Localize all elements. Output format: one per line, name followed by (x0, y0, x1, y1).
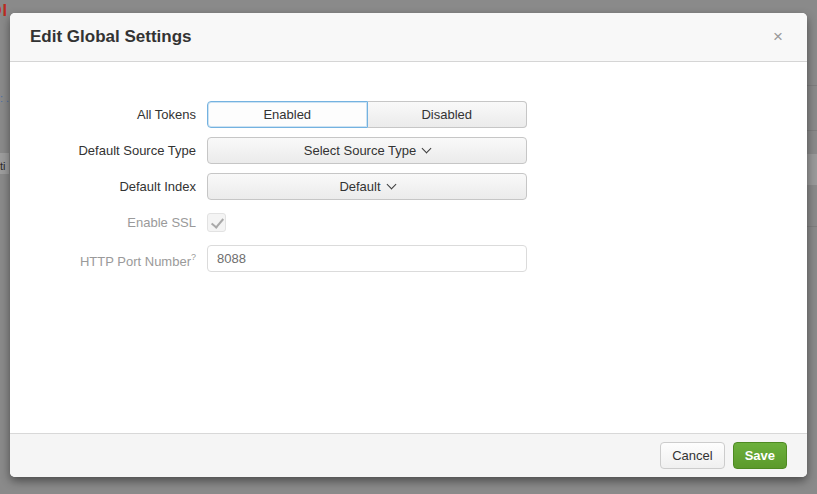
background-table-line (807, 130, 817, 131)
background-table-line (807, 85, 817, 86)
form-row-http-port: HTTP Port Number? (10, 245, 807, 272)
save-button[interactable]: Save (733, 442, 787, 469)
background-red-text-fragment: DI (0, 2, 10, 20)
default-index-value: Default (339, 179, 380, 194)
all-tokens-label: All Tokens (10, 101, 196, 128)
http-port-label: HTTP Port Number? (10, 245, 196, 272)
all-tokens-toggle: Enabled Disabled (207, 101, 527, 128)
help-marker: ? (191, 252, 196, 262)
form-row-default-source-type: Default Source Type Select Source Type (10, 137, 807, 164)
edit-global-settings-modal: Edit Global Settings × All Tokens Enable… (10, 13, 807, 477)
chevron-down-icon (386, 180, 396, 190)
enable-ssl-label: Enable SSL (10, 209, 196, 236)
cancel-button[interactable]: Cancel (660, 442, 724, 469)
modal-body: All Tokens Enabled Disabled Default Sour… (10, 62, 807, 432)
form-row-default-index: Default Index Default (10, 173, 807, 200)
background-cell-fragment (807, 154, 817, 185)
chevron-down-icon (422, 144, 432, 154)
enable-ssl-checkbox (207, 213, 226, 232)
background-row-fragment: ti (0, 153, 9, 174)
close-icon: × (773, 27, 783, 46)
modal-header: Edit Global Settings × (10, 13, 807, 62)
default-source-type-value: Select Source Type (304, 143, 417, 158)
default-index-label: Default Index (10, 173, 196, 200)
modal-title: Edit Global Settings (30, 13, 787, 61)
default-index-dropdown[interactable]: Default (207, 173, 527, 200)
http-port-input (207, 245, 527, 272)
background-text-fragment: : . (0, 92, 9, 104)
modal-footer: Cancel Save (10, 433, 807, 477)
form-row-all-tokens: All Tokens Enabled Disabled (10, 101, 807, 128)
all-tokens-enabled-button[interactable]: Enabled (207, 101, 368, 128)
default-source-type-label: Default Source Type (10, 137, 196, 164)
all-tokens-disabled-button[interactable]: Disabled (368, 101, 528, 128)
default-source-type-dropdown[interactable]: Select Source Type (207, 137, 527, 164)
close-button[interactable]: × (767, 26, 789, 48)
background-table-line (807, 226, 817, 227)
form-row-enable-ssl: Enable SSL (10, 209, 807, 236)
